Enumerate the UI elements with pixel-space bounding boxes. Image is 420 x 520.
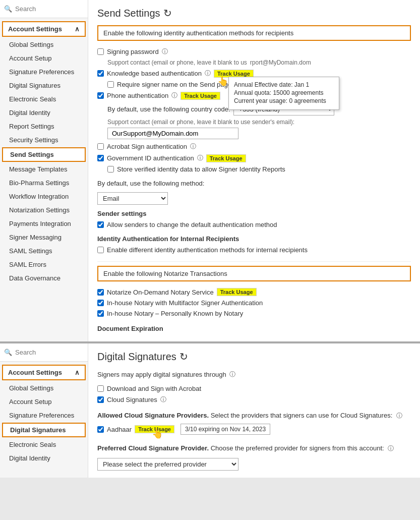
require-signer-checkbox[interactable] [107,81,114,88]
sidebar-item-global-settings-1[interactable]: Global Settings [0,38,88,51]
notarize-demand-row: Notarize On-Demand Notary Service Track … [97,286,411,298]
preferred-cloud-help-icon[interactable]: ⓘ [388,445,394,452]
search-box-2[interactable]: 🔍 [0,343,88,362]
sidebar-item-notarization[interactable]: Notarization Settings [0,203,88,217]
digital-signatures-panel: 🔍 Account Settings ∧ Global Settings Acc… [0,343,420,478]
sidebar-item-saml-errors[interactable]: SAML Errors [0,258,88,271]
kba-help-icon[interactable]: ⓘ [205,69,211,78]
sidebar-item-message-templates[interactable]: Message Templates [0,162,88,176]
sidebar-item-workflow[interactable]: Workflow Integration [0,190,88,203]
acrobat-sign-help-icon[interactable]: ⓘ [190,142,196,151]
refresh-icon-digital-sigs[interactable]: ↻ [179,351,188,363]
default-method-section: By default, use the following method: Em… [97,180,411,205]
default-method-select[interactable]: Email SMS Phone [97,192,168,205]
account-settings-group-1[interactable]: Account Settings ∧ [2,21,86,37]
sidebar-item-account-setup-2[interactable]: Account Setup [0,395,88,409]
main-digital-signatures: Digital Signatures ↻ Signers may apply d… [88,343,420,478]
phone-auth-track-usage-button[interactable]: Track Usage [181,92,220,100]
notarize-demand-track-usage-button[interactable]: Track Usage [217,288,257,296]
sidebar-item-biopharma[interactable]: Bio-Pharma Settings [0,176,88,190]
acrobat-sign-checkbox[interactable] [97,143,104,150]
aadhaar-track-usage-button[interactable]: Track Usage [135,425,174,433]
support-contact-suffix: rport@MyDomain.dom [250,59,311,66]
inhouse-personal-checkbox[interactable] [97,310,104,317]
signers-may-apply-row: Signers may apply digital signatures thr… [97,369,411,380]
gov-id-checkbox[interactable] [97,155,104,161]
sidebar-item-saml-settings[interactable]: SAML Settings [0,244,88,258]
signing-password-checkbox[interactable] [97,48,104,55]
identity-auth-section-box: Enable the following identity authentica… [97,25,411,41]
support-contact2-row: Support contact (email or phone, leave i… [97,117,411,141]
sidebar-item-digital-identity-2[interactable]: Digital Identity [0,451,88,465]
acrobat-sign-label: Acrobat Sign authentication [107,143,187,150]
preferred-cloud-description: Preferred Cloud Signature Provider. Choo… [97,444,411,453]
chevron-up-icon-1: ∧ [75,25,80,33]
sidebar-item-signer-messaging[interactable]: Signer Messaging [0,230,88,244]
account-settings-label-1: Account Settings [8,25,62,33]
gov-id-track-usage-button[interactable]: Track Usage [206,154,246,162]
sidebar-item-payments[interactable]: Payments Integration [0,217,88,230]
tooltip-annual-effective: Annual Effective date: Jan 1 [234,81,334,88]
phone-auth-help-icon[interactable]: ⓘ [171,91,177,100]
notarize-section-box: Enable the following Notarize Transactio… [97,266,411,281]
sidebar-item-send-settings[interactable]: Send Settings [2,147,86,162]
support-contact-row: Support contact (email or phone, leave i… [97,57,411,68]
store-verified-checkbox[interactable] [107,166,114,172]
account-settings-group-2[interactable]: Account Settings ∧ [2,365,86,380]
preferred-cloud-select[interactable]: Please select the preferred provider [97,458,238,471]
sidebar-item-global-settings-2[interactable]: Global Settings [0,381,88,395]
support-contact2-input[interactable] [107,128,238,139]
sidebar-item-data-governance[interactable]: Data Governance [0,271,88,285]
phone-auth-label: Phone authentication [107,92,168,99]
allow-senders-checkbox[interactable] [97,221,104,228]
cloud-sig-help-icon[interactable]: ⓘ [160,395,166,404]
sidebar-item-signature-prefs-1[interactable]: Signature Preferences [0,65,88,79]
search-box-1[interactable]: 🔍 [0,0,88,18]
sidebar-item-account-setup-1[interactable]: Account Setup [0,51,88,65]
allowed-cloud-description: Allowed Cloud Signature Providers. Selec… [97,412,411,420]
search-input-2[interactable] [15,349,84,356]
refresh-icon-send[interactable]: ↻ [163,7,172,19]
sidebar-digital-signatures: 🔍 Account Settings ∧ Global Settings Acc… [0,343,88,478]
sidebar-item-digital-identity-1[interactable]: Digital Identity [0,106,88,120]
enable-internal-checkbox[interactable] [97,247,104,253]
allowed-cloud-label: Allowed Cloud Signature Providers. [97,412,209,419]
kba-checkbox[interactable] [97,70,104,77]
cloud-sig-row: Cloud Signatures ⓘ [97,394,411,406]
download-sign-row: Download and Sign with Acrobat [97,383,411,394]
preferred-cloud-desc: Choose the preferred provider for signer… [211,444,384,452]
acrobat-sign-row: Acrobat Sign authentication ⓘ [97,141,411,152]
download-sign-checkbox[interactable] [97,385,104,392]
sidebar-item-electronic-seals-1[interactable]: Electronic Seals [0,92,88,106]
allowed-cloud-help-icon[interactable]: ⓘ [396,412,402,419]
preferred-cloud-label: Preferred Cloud Signature Provider. [97,444,209,452]
gov-id-help-icon[interactable]: ⓘ [197,154,203,162]
aadhaar-section: Aadhaar Track Usage 3/10 expiring on Nov… [97,422,411,436]
notarize-demand-checkbox[interactable] [97,289,104,296]
title-text-digital-sigs: Digital Signatures [97,351,176,363]
sidebar-item-digital-sigs-1[interactable]: Digital Signatures [0,79,88,92]
signers-help-icon[interactable]: ⓘ [229,370,235,379]
inhouse-personal-label: In-house Notary – Personally Known by No… [107,310,243,317]
sidebar-item-electronic-seals-2[interactable]: Electronic Seals [0,438,88,451]
require-signer-label: Require signer name on the Send page [117,81,231,88]
gov-id-row: Government ID authentication ⓘ Track Usa… [97,152,411,164]
aadhaar-checkbox[interactable] [97,426,104,433]
inhouse-multi-checkbox[interactable] [97,300,104,306]
search-input-1[interactable] [15,5,84,13]
inhouse-multi-row: In-house Notary with Multifactor Signer … [97,298,411,308]
sidebar-item-signature-prefs-2[interactable]: Signature Preferences [0,409,88,422]
sidebar-item-digital-sigs-2[interactable]: Digital Signatures [2,423,86,437]
allow-senders-row: Allow senders to change the default auth… [97,219,411,230]
sidebar-item-report-settings[interactable]: Report Settings [0,120,88,133]
cloud-sig-checkbox[interactable] [97,396,104,403]
sender-settings-section: Sender settings Allow senders to change … [97,210,411,230]
allowed-cloud-section: Allowed Cloud Signature Providers. Selec… [97,412,411,436]
default-method-label: By default, use the following method: [97,180,411,187]
sidebar-send-settings: 🔍 Account Settings ∧ Global Settings Acc… [0,0,88,341]
sidebar-item-security-settings[interactable]: Security Settings [0,133,88,147]
signing-password-help-icon[interactable]: ⓘ [162,47,168,56]
signing-password-label: Signing password [107,48,159,55]
phone-auth-checkbox[interactable] [97,92,104,99]
inhouse-multi-label: In-house Notary with Multifactor Signer … [107,299,263,307]
